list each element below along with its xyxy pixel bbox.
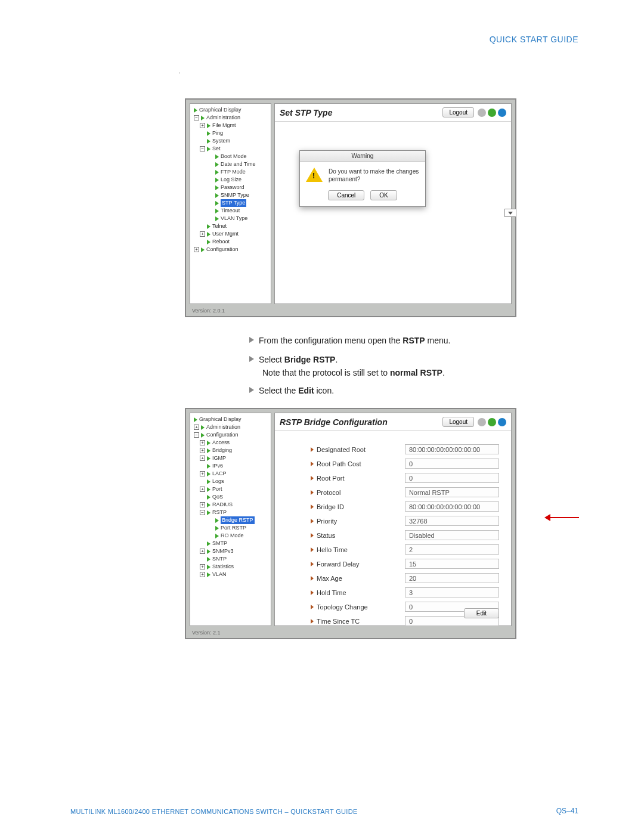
warning-dialog: Warning Do you want to make the changes … (299, 150, 426, 207)
field-max-age: Max Age20 (311, 573, 499, 583)
version-text-2: Version: 2.1 (192, 630, 221, 636)
dialog-message: Do you want to make the changes permanen… (329, 168, 419, 183)
field-root-port: Root Port0 (311, 473, 499, 483)
tree-bridge-rstp[interactable]: Bridge RSTP (191, 516, 270, 524)
logout-button[interactable]: Logout (442, 107, 474, 117)
field-hello-time: Hello Time2 (311, 544, 499, 555)
tree-ro-mode[interactable]: RO Mode (191, 532, 270, 540)
tree-telnet[interactable]: Telnet (191, 222, 270, 230)
save-icon[interactable] (478, 418, 486, 426)
tree-snmp-type[interactable]: SNMP Type (191, 191, 270, 199)
instruction-2: Select Bridge RSTP. (249, 353, 535, 366)
dialog-title: Warning (300, 151, 425, 162)
tree-graphical-display[interactable]: Graphical Display (191, 416, 270, 423)
tree-boot-mode[interactable]: Boot Mode (191, 153, 270, 160)
tree-bridging[interactable]: +Bridging (191, 447, 270, 454)
tree-graphical-display[interactable]: Graphical Display (191, 106, 270, 114)
version-text: Version: 2.0.1 (192, 308, 225, 314)
content-panel-rstp: RSTP Bridge Configuration Logout Designa… (274, 413, 512, 626)
content-header: Set STP Type Logout (275, 104, 511, 122)
instruction-2-note: Note that the protocol is still set to n… (262, 366, 549, 379)
panel-title-2: RSTP Bridge Configuration (280, 417, 388, 427)
tree-stp-type[interactable]: STP Type (191, 199, 270, 207)
tree-vlan[interactable]: +VLAN (191, 571, 270, 578)
nav-tree: Graphical Display −Administration +File … (190, 103, 271, 304)
bullet-icon (249, 356, 254, 362)
stp-type-dropdown[interactable] (504, 209, 516, 217)
instruction-3: Select the Edit icon. (249, 384, 535, 397)
tree-password[interactable]: Password (191, 184, 270, 191)
rstp-fields: Designated Root80:00:00:00:00:00:00:00 R… (311, 444, 499, 630)
panel-title: Set STP Type (280, 108, 332, 117)
tree-lacp[interactable]: +LACP (191, 470, 270, 478)
bullet-icon (249, 387, 254, 393)
tree-port[interactable]: +Port (191, 485, 270, 493)
field-hold-time: Hold Time3 (311, 587, 499, 597)
field-forward-delay: Forward Delay15 (311, 559, 499, 569)
tree-access[interactable]: +Access (191, 439, 270, 447)
tree-port-rstp[interactable]: Port RSTP (191, 524, 270, 532)
tree-file-mgmt[interactable]: +File Mgmt (191, 122, 270, 129)
page-number: QS–41 (556, 807, 578, 815)
screenshot-rstp-bridge: Graphical Display +Administration −Confi… (185, 408, 516, 639)
nav-tree-2: Graphical Display +Administration −Confi… (190, 413, 271, 626)
tree-set[interactable]: −Set (191, 145, 270, 153)
screenshot-stp-type: Graphical Display −Administration +File … (185, 98, 516, 317)
cancel-button[interactable]: Cancel (328, 190, 364, 200)
content-header-2: RSTP Bridge Configuration Logout (275, 413, 511, 431)
bullet-icon (249, 337, 254, 343)
tree-rstp[interactable]: −RSTP (191, 509, 270, 516)
refresh-icon[interactable] (488, 109, 496, 117)
field-root-path-cost: Root Path Cost0 (311, 459, 499, 469)
field-designated-root: Designated Root80:00:00:00:00:00:00:00 (311, 444, 499, 454)
field-protocol: ProtocolNormal RSTP (311, 487, 499, 497)
help-icon[interactable] (498, 109, 506, 117)
page-header: QUICK START GUIDE (490, 35, 578, 44)
tree-administration[interactable]: +Administration (191, 423, 270, 431)
tree-ipv6[interactable]: IPv6 (191, 462, 270, 470)
tree-system[interactable]: System (191, 137, 270, 145)
ok-button[interactable]: OK (370, 190, 397, 200)
period-dot: . (179, 68, 181, 75)
tree-snmpv3[interactable]: +SNMPv3 (191, 547, 270, 555)
help-icon[interactable] (498, 418, 506, 426)
save-icon[interactable] (478, 109, 486, 117)
tree-vlan-type[interactable]: VLAN Type (191, 215, 270, 222)
tree-igmp[interactable]: +IGMP (191, 454, 270, 462)
tree-user-mgmt[interactable]: +User Mgmt (191, 230, 270, 238)
tree-administration[interactable]: −Administration (191, 114, 270, 122)
instruction-1: From the configuration menu open the RST… (249, 334, 535, 347)
tree-statistics[interactable]: +Statistics (191, 563, 270, 571)
tree-configuration[interactable]: +Configuration (191, 246, 270, 253)
tree-ftp-mode[interactable]: FTP Mode (191, 168, 270, 176)
tree-configuration[interactable]: −Configuration (191, 431, 270, 439)
field-priority: Priority32768 (311, 516, 499, 526)
tree-ping[interactable]: Ping (191, 129, 270, 137)
warning-icon (306, 168, 323, 182)
tree-reboot[interactable]: Reboot (191, 238, 270, 246)
tree-log-size[interactable]: Log Size (191, 176, 270, 184)
footer-title: MULTILINK ML1600/2400 ETHERNET COMMUNICA… (70, 808, 358, 815)
tree-timeout[interactable]: Timeout (191, 207, 270, 215)
refresh-icon[interactable] (488, 418, 496, 426)
tree-smtp[interactable]: SMTP (191, 540, 270, 547)
tree-logs[interactable]: Logs (191, 478, 270, 485)
edit-button[interactable]: Edit (464, 608, 499, 618)
logout-button-2[interactable]: Logout (442, 417, 474, 427)
tree-radius[interactable]: +RADIUS (191, 501, 270, 509)
tree-sntp[interactable]: SNTP (191, 555, 270, 563)
tree-date-time[interactable]: Date and Time (191, 160, 270, 168)
field-status: StatusDisabled (311, 530, 499, 540)
field-bridge-id: Bridge ID80:00:00:00:00:00:00:00 (311, 501, 499, 512)
tree-qos[interactable]: QoS (191, 493, 270, 501)
